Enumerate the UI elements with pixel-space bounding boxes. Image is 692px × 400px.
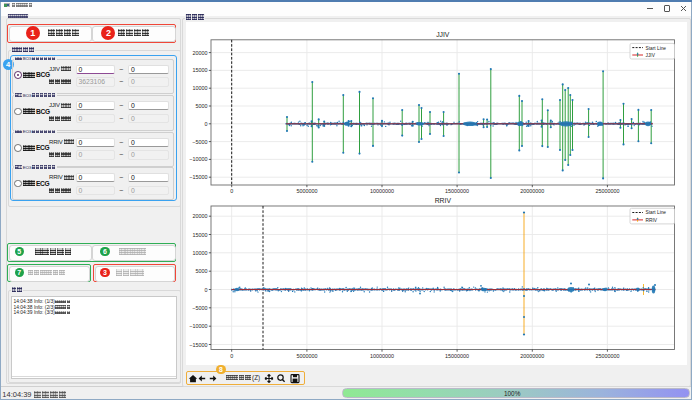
svg-text:10000: 10000	[193, 250, 208, 256]
svg-text:0: 0	[230, 353, 233, 359]
svg-text:20000: 20000	[193, 213, 208, 219]
svg-text:15000000: 15000000	[445, 353, 469, 359]
svg-text:20000000: 20000000	[520, 353, 544, 359]
svg-text:25000000: 25000000	[595, 188, 619, 194]
svg-text:−10000: −10000	[189, 156, 207, 162]
svg-text:15000: 15000	[193, 232, 208, 238]
svg-text:Start Line: Start Line	[646, 210, 667, 215]
svg-text:0: 0	[205, 287, 208, 293]
svg-text:10000: 10000	[193, 85, 208, 91]
svg-text:−15000: −15000	[189, 174, 207, 180]
svg-text:5000000: 5000000	[296, 353, 317, 359]
svg-text:5000: 5000	[196, 268, 208, 274]
svg-text:25000000: 25000000	[595, 353, 619, 359]
svg-text:5000: 5000	[196, 103, 208, 109]
svg-text:Start Line: Start Line	[646, 46, 667, 51]
svg-text:JJIV: JJIV	[646, 53, 656, 58]
svg-text:15000000: 15000000	[445, 188, 469, 194]
svg-text:20000: 20000	[193, 50, 208, 56]
svg-text:10000000: 10000000	[370, 188, 394, 194]
svg-text:JJIV: JJIV	[436, 31, 450, 38]
svg-text:−5000: −5000	[192, 305, 207, 311]
svg-text:−5000: −5000	[192, 139, 207, 145]
svg-text:−15000: −15000	[189, 342, 207, 348]
svg-text:0: 0	[230, 188, 233, 194]
svg-text:15000: 15000	[193, 67, 208, 73]
svg-text:5000000: 5000000	[296, 188, 317, 194]
svg-text:10000000: 10000000	[370, 353, 394, 359]
svg-text:RRIV: RRIV	[646, 218, 658, 223]
svg-text:RRIV: RRIV	[435, 197, 452, 204]
svg-text:0: 0	[205, 121, 208, 127]
svg-text:20000000: 20000000	[520, 188, 544, 194]
svg-text:−10000: −10000	[189, 323, 207, 329]
